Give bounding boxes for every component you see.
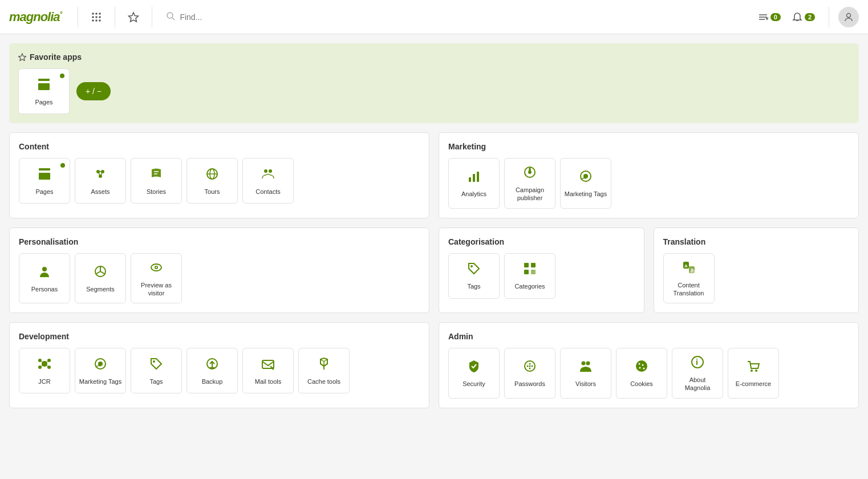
personalisation-personas-label: Personas: [31, 285, 58, 293]
jcr-icon: [36, 356, 52, 374]
tasks-icon: [758, 12, 768, 22]
marketing-app-analytics[interactable]: Analytics: [448, 158, 500, 209]
svg-point-7: [96, 19, 98, 22]
stories-icon: [148, 166, 164, 184]
marketing-app-campaign[interactable]: Campaign publisher: [504, 158, 555, 209]
search-icon: [166, 11, 175, 22]
svg-text:A: A: [684, 263, 688, 269]
admin-app-about[interactable]: i About Magnolia: [672, 348, 723, 399]
marketing-app-tags[interactable]: Marketing Tags: [560, 158, 611, 209]
tasks-badge: 0: [770, 13, 781, 21]
admin-app-cookies[interactable]: Cookies: [616, 348, 667, 399]
svg-text:i: i: [696, 358, 698, 367]
svg-rect-35: [473, 174, 475, 182]
admin-app-passwords[interactable]: Passwords: [504, 348, 555, 399]
marketing-campaign-label: Campaign publisher: [508, 186, 551, 202]
admin-cookies-label: Cookies: [630, 380, 653, 388]
svg-line-11: [172, 18, 175, 20]
favorites-section: Favorite apps Pages + / −: [9, 43, 859, 123]
user-avatar-button[interactable]: [838, 7, 859, 27]
svg-point-91: [751, 370, 753, 372]
analytics-icon: [466, 168, 482, 186]
translation-apps-row: A あ Content Translation: [663, 253, 850, 304]
personalisation-app-personas[interactable]: Personas: [19, 253, 70, 304]
segments-icon: [92, 263, 108, 282]
bell-icon: [792, 12, 802, 22]
admin-app-visitors[interactable]: Visitors: [560, 348, 611, 399]
mail-tools-icon: [260, 356, 276, 374]
favorites-apps-row: Pages + / −: [18, 68, 850, 114]
development-title: Development: [19, 332, 420, 341]
svg-point-8: [99, 19, 102, 22]
cache-tools-icon: [316, 356, 332, 374]
passwords-icon: [522, 358, 538, 376]
svg-point-80: [529, 363, 531, 365]
svg-marker-9: [129, 13, 139, 22]
personalisation-app-preview[interactable]: Preview as visitor: [131, 253, 182, 304]
svg-point-45: [156, 266, 157, 267]
main-content: Favorite apps Pages + / −: [0, 34, 868, 479]
categorisation-app-tags[interactable]: Tags: [448, 253, 500, 299]
favorites-button[interactable]: [122, 6, 145, 29]
dev-app-cache-tools[interactable]: Cache tools: [298, 348, 350, 393]
svg-point-2: [99, 13, 102, 15]
svg-point-38: [528, 171, 532, 174]
translation-title: Translation: [663, 237, 850, 246]
dev-app-marketing-tags[interactable]: Marketing Tags: [75, 348, 126, 393]
dev-tags-icon: [148, 356, 164, 374]
categorisation-app-categories[interactable]: Categories: [504, 253, 555, 299]
dev-app-mail-tools[interactable]: Mail tools: [242, 348, 294, 393]
contacts-icon: [260, 166, 276, 184]
content-app-stories[interactable]: Stories: [131, 158, 182, 204]
apps-grid-button[interactable]: [85, 6, 108, 29]
add-remove-favorites-button[interactable]: + / −: [76, 82, 111, 100]
dev-app-jcr[interactable]: JCR: [19, 348, 70, 393]
tags-cat-icon: [466, 261, 482, 279]
content-assets-label: Assets: [91, 188, 109, 196]
svg-point-4: [96, 16, 98, 18]
categories-icon: [522, 261, 538, 279]
pages-dot: [60, 74, 64, 78]
svg-point-59: [47, 366, 51, 369]
dev-app-backup[interactable]: Backup: [186, 348, 238, 393]
logo: magnolia°: [9, 10, 62, 25]
content-marketing-row: Content Pages: [9, 132, 859, 218]
content-app-tours[interactable]: Tours: [186, 158, 238, 204]
svg-point-1: [96, 13, 98, 15]
notifications-button[interactable]: 2: [788, 9, 820, 26]
svg-rect-36: [477, 172, 479, 182]
svg-point-84: [636, 360, 647, 372]
svg-point-72: [271, 367, 274, 370]
dev-app-tags[interactable]: Tags: [131, 348, 182, 393]
translation-app-content[interactable]: A あ Content Translation: [663, 253, 715, 304]
marketing-tags-icon: [578, 168, 594, 186]
svg-point-92: [755, 370, 757, 372]
content-title: Content: [19, 142, 420, 151]
svg-point-82: [582, 362, 586, 366]
svg-point-78: [529, 366, 531, 367]
pages-dot-content: [60, 163, 65, 168]
admin-app-ecommerce[interactable]: E-commerce: [728, 348, 779, 399]
tasks-button[interactable]: 0: [753, 9, 785, 26]
bottom-row: Development: [9, 322, 859, 408]
content-app-pages[interactable]: Pages: [19, 158, 70, 204]
content-tours-label: Tours: [205, 188, 220, 196]
search-input[interactable]: [180, 13, 294, 22]
favorites-title-bar: Favorite apps: [18, 52, 850, 62]
svg-point-77: [527, 366, 529, 367]
security-icon: [466, 358, 482, 376]
fav-app-pages[interactable]: Pages: [18, 68, 70, 114]
admin-app-security[interactable]: Security: [448, 348, 500, 399]
user-icon: [843, 12, 854, 22]
marketing-tags-label: Marketing Tags: [565, 190, 607, 198]
svg-point-6: [92, 19, 95, 22]
content-app-assets[interactable]: Assets: [75, 158, 126, 204]
personalisation-app-segments[interactable]: Segments: [75, 253, 126, 304]
svg-rect-20: [39, 173, 50, 180]
content-app-contacts[interactable]: Contacts: [242, 158, 294, 204]
admin-about-label: About Magnolia: [676, 376, 719, 392]
header-divider-4: [829, 7, 829, 27]
logo-text: magnolia°: [9, 10, 62, 25]
svg-rect-47: [524, 263, 529, 267]
dev-cache-tools-label: Cache tools: [307, 377, 340, 385]
